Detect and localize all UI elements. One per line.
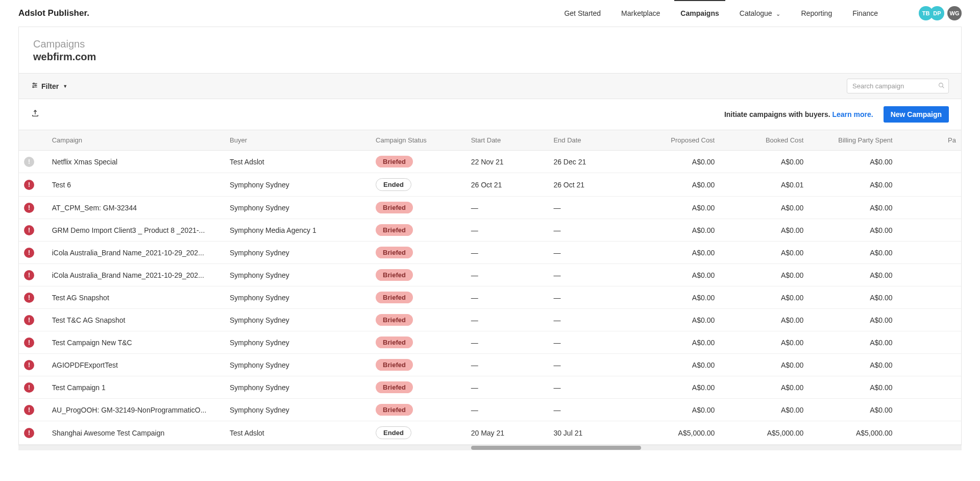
cell-billing: A$0.00 [808, 219, 897, 242]
table-row[interactable]: !Shanghai Awesome Test CampaignTest Adsl… [19, 421, 961, 445]
table-row[interactable]: !Test T&C AG SnapshotSymphony SydneyBrie… [19, 309, 961, 331]
cell-proposed: A$5,000.00 [631, 421, 720, 445]
cell-end: — [548, 354, 631, 376]
nav-finance[interactable]: Finance [852, 1, 878, 26]
table-row[interactable]: !AT_CPM_Sem: GM-32344Symphony SydneyBrie… [19, 197, 961, 219]
search-input[interactable] [847, 79, 949, 93]
nav-reporting[interactable]: Reporting [801, 1, 832, 26]
table-row[interactable]: !AU_ProgOOH: GM-32149-NonProgrammaticO..… [19, 399, 961, 421]
cell-proposed: A$0.00 [631, 264, 720, 286]
cell-proposed: A$0.00 [631, 173, 720, 197]
table-scroll[interactable]: Campaign Buyer Campaign Status Start Dat… [19, 130, 961, 445]
col-paid[interactable]: Pa [898, 130, 961, 151]
cell-billing: A$0.00 [808, 197, 897, 219]
table-row[interactable]: !Test AG SnapshotSymphony SydneyBriefed—… [19, 286, 961, 309]
cell-buyer: Symphony Sydney [225, 242, 371, 264]
table-row[interactable]: !GRM Demo Import Client3 _ Product 8 _20… [19, 219, 961, 242]
avatar-user[interactable]: WG [947, 6, 962, 20]
cell-end: — [548, 309, 631, 331]
alert-icon: ! [24, 270, 34, 280]
status-badge: Briefed [376, 292, 413, 303]
cell-start: — [466, 197, 549, 219]
table-row[interactable]: !iCola Australia_Brand Name_2021-10-29_2… [19, 242, 961, 264]
col-campaign[interactable]: Campaign [47, 130, 225, 151]
cell-start: — [466, 354, 549, 376]
export-icon[interactable] [31, 109, 39, 119]
cell-buyer: Symphony Sydney [225, 197, 371, 219]
cell-buyer: Symphony Sydney [225, 173, 371, 197]
status-badge: Briefed [376, 359, 413, 371]
cell-paid [898, 399, 961, 421]
sliders-icon [31, 82, 38, 90]
table-row[interactable]: !Netflix Xmas SpecialTest AdslotBriefed2… [19, 151, 961, 173]
cell-billing: A$0.00 [808, 376, 897, 399]
cell-paid [898, 242, 961, 264]
cell-billing: A$0.00 [808, 286, 897, 309]
col-booked[interactable]: Booked Cost [720, 130, 808, 151]
status-badge: Briefed [376, 269, 413, 281]
scrollbar-thumb[interactable] [471, 446, 641, 450]
nav-catalogue-label: Catalogue [740, 9, 772, 17]
col-buyer[interactable]: Buyer [225, 130, 371, 151]
cell-paid [898, 376, 961, 399]
col-end[interactable]: End Date [548, 130, 631, 151]
cell-buyer: Symphony Sydney [225, 309, 371, 331]
nav-catalogue[interactable]: Catalogue ⌄ [740, 1, 781, 26]
cell-billing: A$0.00 [808, 264, 897, 286]
status-badge: Briefed [376, 336, 413, 348]
col-status[interactable]: Campaign Status [371, 130, 466, 151]
cell-billing: A$0.00 [808, 173, 897, 197]
filter-button[interactable]: Filter ▼ [31, 82, 67, 90]
status-badge: Briefed [376, 247, 413, 258]
cell-paid [898, 421, 961, 445]
cell-buyer: Test Adslot [225, 421, 371, 445]
cell-campaign: AGIOPDFExportTest [47, 354, 225, 376]
table-row[interactable]: !Test Campaign New T&CSymphony SydneyBri… [19, 331, 961, 354]
cell-campaign: iCola Australia_Brand Name_2021-10-29_20… [47, 242, 225, 264]
cell-booked: A$0.00 [720, 309, 808, 331]
table-row[interactable]: !AGIOPDFExportTestSymphony SydneyBriefed… [19, 354, 961, 376]
cell-campaign: Test T&C AG Snapshot [47, 309, 225, 331]
cell-buyer: Symphony Sydney [225, 354, 371, 376]
status-badge: Briefed [376, 404, 413, 416]
alert-icon: ! [24, 293, 34, 303]
svg-point-3 [33, 83, 34, 84]
nav-marketplace[interactable]: Marketplace [621, 1, 660, 26]
cell-campaign: GRM Demo Import Client3 _ Product 8 _202… [47, 219, 225, 242]
cell-end: — [548, 219, 631, 242]
cell-buyer: Symphony Sydney [225, 376, 371, 399]
svg-point-4 [35, 85, 36, 86]
chevron-down-icon: ⌄ [776, 11, 780, 17]
cell-buyer: Symphony Sydney [225, 264, 371, 286]
col-billing[interactable]: Billing Party Spent [808, 130, 897, 151]
learn-more-link[interactable]: Learn more. [832, 110, 873, 118]
table-row[interactable]: !Test Campaign 1Symphony SydneyBriefed——… [19, 376, 961, 399]
col-proposed[interactable]: Proposed Cost [631, 130, 720, 151]
table-row[interactable]: !iCola Australia_Brand Name_2021-10-29_2… [19, 264, 961, 286]
topbar: Adslot Publisher. Get Started Marketplac… [0, 0, 980, 27]
cell-billing: A$5,000.00 [808, 421, 897, 445]
status-badge: Briefed [376, 314, 413, 326]
cell-booked: A$0.00 [720, 376, 808, 399]
horizontal-scrollbar[interactable] [18, 445, 962, 450]
cell-proposed: A$0.00 [631, 242, 720, 264]
table-row[interactable]: !Test 6Symphony SydneyEnded26 Oct 2126 O… [19, 173, 961, 197]
page-title: Campaigns [33, 38, 947, 50]
alert-icon: ! [24, 157, 34, 167]
action-bar: Initiate campaigns with buyers. Learn mo… [19, 99, 961, 130]
nav-campaigns[interactable]: Campaigns [680, 1, 719, 26]
nav-get-started[interactable]: Get Started [564, 1, 601, 26]
cell-start: 20 May 21 [466, 421, 549, 445]
avatar-pair[interactable]: TB DP [919, 6, 944, 20]
alert-icon: ! [24, 338, 34, 348]
col-start[interactable]: Start Date [466, 130, 549, 151]
filter-toolbar: Filter ▼ [19, 73, 961, 99]
avatar-group: TB DP WG [919, 6, 962, 20]
new-campaign-button[interactable]: New Campaign [884, 106, 949, 123]
cell-booked: A$0.00 [720, 399, 808, 421]
cell-paid [898, 219, 961, 242]
cell-buyer: Symphony Sydney [225, 286, 371, 309]
cell-proposed: A$0.00 [631, 151, 720, 173]
filter-label: Filter [41, 82, 59, 90]
cell-campaign: Test 6 [47, 173, 225, 197]
